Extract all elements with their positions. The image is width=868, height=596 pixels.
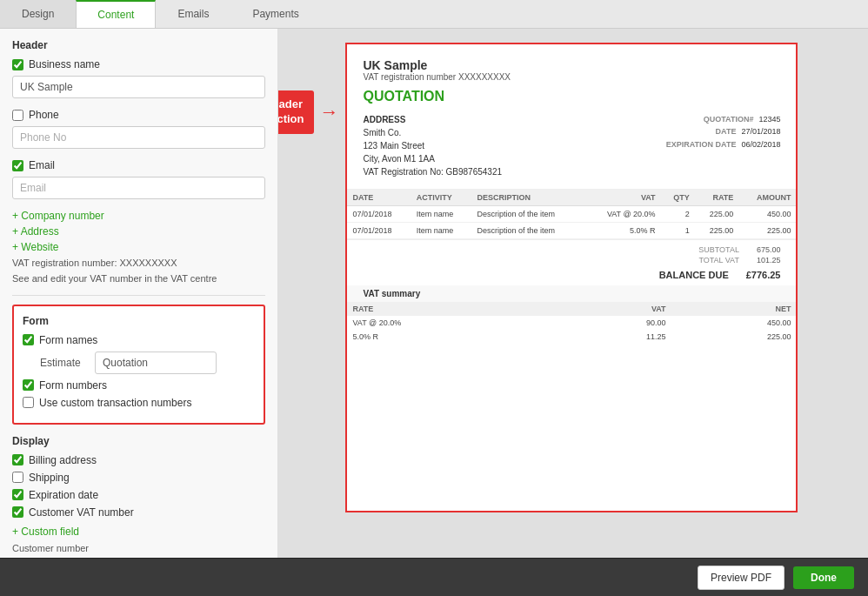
invoice-meta: QUOTATION# 12345 DATE 27/01/2018 EXPIRAT… bbox=[666, 113, 781, 178]
row2-qty: 1 bbox=[661, 223, 695, 239]
company-number-link[interactable]: + Company number bbox=[12, 210, 265, 222]
vat-summary-table: RATE VAT NET VAT @ 20.0% 90.00 450.00 bbox=[347, 302, 796, 344]
form-names-label: Form names bbox=[39, 334, 97, 346]
display-section-title: Display bbox=[12, 435, 265, 447]
form-numbers-row: Form numbers bbox=[23, 379, 255, 392]
row2-activity: Item name bbox=[411, 223, 472, 239]
row1-date: 07/01/2018 bbox=[347, 206, 411, 223]
main-area: Header Business name Phone Email bbox=[0, 29, 868, 558]
address-line-4: VAT Registration No: GB987654321 bbox=[363, 165, 502, 178]
shipping-row: Shipping bbox=[12, 472, 265, 484]
balance-due-row: BALANCE DUE £776.25 bbox=[659, 270, 781, 280]
invoice-vat-reg: VAT registration number XXXXXXXXX bbox=[363, 72, 780, 82]
business-name-checkbox[interactable] bbox=[12, 59, 23, 70]
tab-content[interactable]: Content bbox=[76, 0, 156, 28]
header-section-title: Header bbox=[12, 39, 265, 51]
form-names-checkbox[interactable] bbox=[23, 334, 34, 345]
custom-field-link[interactable]: + Custom field bbox=[12, 526, 265, 538]
phone-checkbox[interactable] bbox=[12, 110, 23, 121]
custom-transaction-label: Use custom transaction numbers bbox=[39, 397, 191, 409]
customer-number-text: Customer number bbox=[12, 543, 265, 553]
col-amount: AMOUNT bbox=[738, 190, 796, 206]
tab-payments[interactable]: Payments bbox=[230, 0, 320, 28]
website-link[interactable]: + Website bbox=[12, 241, 265, 253]
vat-sum-vat-2: 11.25 bbox=[562, 330, 671, 344]
invoice-table: DATE ACTIVITY DESCRIPTION VAT QTY RATE A… bbox=[347, 190, 796, 239]
expiration-date-checkbox[interactable] bbox=[12, 489, 23, 500]
vat-sum-vat-1: 90.00 bbox=[562, 316, 671, 330]
estimate-label: Estimate bbox=[40, 357, 88, 369]
phone-row: Phone bbox=[12, 109, 265, 121]
customer-vat-checkbox[interactable] bbox=[12, 506, 23, 518]
business-name-row: Business name bbox=[12, 58, 265, 70]
date-value: 27/01/2018 bbox=[741, 125, 780, 137]
expiration-label: EXPIRATION DATE bbox=[666, 138, 737, 151]
quotation-num-label: QUOTATION# bbox=[704, 113, 754, 125]
vat-col-vat: VAT bbox=[562, 302, 671, 316]
tab-design[interactable]: Design bbox=[0, 0, 76, 28]
table-row: 07/01/2018 Item name Description of the … bbox=[347, 206, 796, 223]
expiration-value: 06/02/2018 bbox=[741, 138, 780, 151]
billing-address-label: Billing address bbox=[29, 454, 97, 466]
right-panel: Header Section → UK Sample VAT registrat… bbox=[278, 29, 868, 558]
row2-vat: 5.0% R bbox=[585, 223, 661, 239]
row2-rate: 225.00 bbox=[695, 223, 739, 239]
phone-label: Phone bbox=[29, 109, 59, 121]
total-vat-label: TOTAL VAT bbox=[698, 256, 739, 265]
vat-sum-net-2: 225.00 bbox=[671, 330, 797, 344]
row2-amount: 225.00 bbox=[738, 223, 796, 239]
address-line-3: City, Avon M1 1AA bbox=[363, 152, 502, 165]
tab-emails[interactable]: Emails bbox=[156, 0, 230, 28]
row1-activity: Item name bbox=[411, 206, 472, 223]
row2-date: 07/01/2018 bbox=[347, 223, 411, 239]
col-activity: ACTIVITY bbox=[411, 190, 472, 206]
vat-sum-net-1: 450.00 bbox=[671, 316, 797, 330]
expiration-date-row: Expiration date bbox=[12, 489, 265, 501]
customer-vat-row: Customer VAT number bbox=[12, 506, 265, 519]
col-qty: QTY bbox=[661, 190, 695, 206]
address-line-2: 123 Main Street bbox=[363, 139, 502, 152]
subtotal-value: 675.00 bbox=[757, 245, 781, 254]
invoice-address: ADDRESS Smith Co. 123 Main Street City, … bbox=[363, 113, 502, 178]
header-callout-line1: Header bbox=[278, 97, 303, 110]
phone-input-group bbox=[12, 126, 265, 152]
custom-transaction-checkbox[interactable] bbox=[23, 397, 34, 408]
done-button[interactable]: Done bbox=[793, 566, 854, 589]
shipping-checkbox[interactable] bbox=[12, 472, 23, 483]
phone-input[interactable] bbox=[12, 126, 265, 149]
preview-pdf-button[interactable]: Preview PDF bbox=[698, 566, 785, 590]
quotation-num-value: 12345 bbox=[758, 113, 780, 125]
row1-qty: 2 bbox=[661, 206, 695, 223]
left-panel: Header Business name Phone Email bbox=[0, 29, 278, 558]
customer-vat-label: Customer VAT number bbox=[29, 506, 134, 519]
form-numbers-label: Form numbers bbox=[39, 379, 107, 392]
email-input[interactable] bbox=[12, 177, 265, 199]
estimate-input[interactable] bbox=[95, 352, 217, 374]
subtotal-label: SUBTOTAL bbox=[698, 245, 739, 254]
vat-sum-row: VAT @ 20.0% 90.00 450.00 bbox=[347, 316, 796, 330]
invoice-subtotals: SUBTOTAL 675.00 TOTAL VAT 101.25 BALANCE… bbox=[347, 239, 796, 285]
form-numbers-checkbox[interactable] bbox=[23, 379, 34, 391]
row2-description: Description of the item bbox=[472, 223, 585, 239]
app-container: Design Content Emails Payments Header Bu… bbox=[0, 0, 868, 596]
date-label: DATE bbox=[716, 125, 737, 137]
invoice-company-name: UK Sample bbox=[363, 58, 780, 72]
business-name-input-group bbox=[12, 76, 265, 102]
form-names-row: Form names bbox=[23, 334, 255, 346]
subtotal-row: SUBTOTAL 675.00 bbox=[698, 245, 780, 254]
estimate-row: Estimate bbox=[23, 352, 255, 374]
row1-amount: 450.00 bbox=[738, 206, 796, 223]
invoice-address-row: ADDRESS Smith Co. 123 Main Street City, … bbox=[363, 113, 780, 178]
email-row: Email bbox=[12, 159, 265, 171]
address-link[interactable]: + Address bbox=[12, 225, 265, 238]
vat-text-1: VAT registration number: XXXXXXXXX bbox=[12, 257, 265, 270]
total-vat-value: 101.25 bbox=[757, 256, 781, 265]
bottom-bar: Preview PDF Done bbox=[0, 558, 868, 596]
billing-address-checkbox[interactable] bbox=[12, 454, 23, 465]
business-name-input[interactable] bbox=[12, 76, 265, 98]
row1-description: Description of the item bbox=[472, 206, 585, 223]
email-checkbox[interactable] bbox=[12, 160, 23, 171]
invoice-header: UK Sample VAT registration number XXXXXX… bbox=[347, 44, 796, 190]
vat-sum-row: 5.0% R 11.25 225.00 bbox=[347, 330, 796, 344]
vat-sum-rate-2: 5.0% R bbox=[347, 330, 561, 344]
